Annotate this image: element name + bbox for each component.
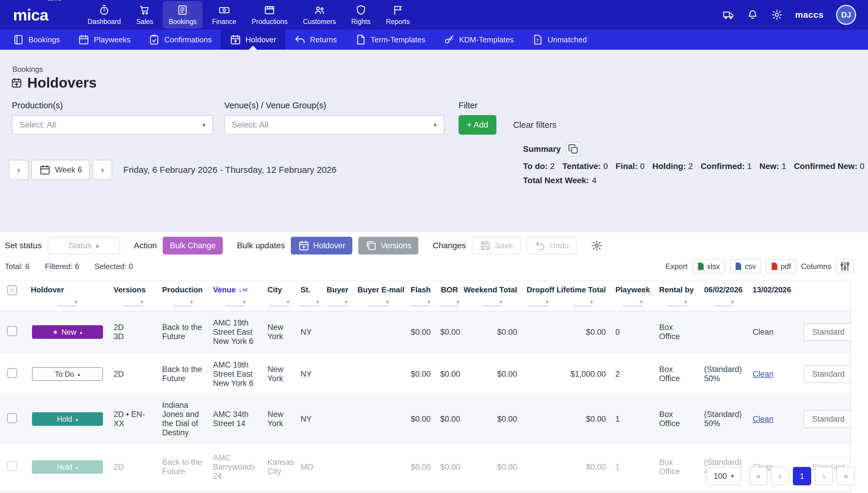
undo-button[interactable]: Undo xyxy=(527,237,577,255)
prev-page-button[interactable]: ‹ xyxy=(771,467,789,485)
save-button[interactable]: Save xyxy=(472,237,521,255)
breadcrumb[interactable]: Bookings xyxy=(13,65,43,74)
topbar-actions: maccs DJ xyxy=(722,5,856,25)
column-filter[interactable]: ▾ xyxy=(667,299,687,306)
column-filter[interactable]: ▾ xyxy=(327,299,347,306)
subnav-item-bookings[interactable]: Bookings xyxy=(3,29,69,50)
status-button[interactable]: Hold▴ xyxy=(32,460,103,474)
export-csv-button[interactable]: csv xyxy=(730,259,761,274)
subnav-item-returns[interactable]: Returns xyxy=(285,29,346,50)
clean-link[interactable]: Clean xyxy=(753,370,774,379)
column-header-holdover[interactable]: Holdover xyxy=(31,285,64,295)
bulk-holdover-button[interactable]: Holdover xyxy=(291,237,352,255)
status-button[interactable]: Hold▴ xyxy=(32,412,103,426)
undo-icon xyxy=(534,240,546,252)
nav-item-customers[interactable]: Customers xyxy=(297,1,342,29)
column-header-buyer-email[interactable]: Buyer E-mail xyxy=(357,285,404,295)
subnav-item-kdm-templates[interactable]: KDM-Templates xyxy=(434,29,523,50)
standard-button[interactable]: Standard xyxy=(803,410,851,428)
nav-item-dashboard[interactable]: Dashboard xyxy=(82,1,127,29)
column-header-bor[interactable]: BOR xyxy=(441,285,458,295)
sort-asc-icon: ↓AZ xyxy=(239,287,247,293)
table-settings-button[interactable] xyxy=(591,240,603,252)
column-filter[interactable]: ▾ xyxy=(622,299,643,306)
column-header-dropoff[interactable]: Dropoff xyxy=(527,285,554,295)
nav-item-productions[interactable]: Productions xyxy=(246,1,293,29)
bulk-versions-button[interactable]: Versions xyxy=(358,237,419,255)
column-header-current-week[interactable]: 06/02/2026 xyxy=(704,285,742,295)
delivery-button[interactable] xyxy=(722,9,734,21)
status-button[interactable]: To Do▴ xyxy=(32,367,103,381)
column-filter[interactable]: ▾ xyxy=(410,299,430,306)
column-header-production[interactable]: Production xyxy=(162,285,203,295)
row-checkbox[interactable] xyxy=(7,413,17,423)
status-button[interactable]: ★New▴ xyxy=(32,325,103,339)
subnav-item-confirmations[interactable]: Confirmations xyxy=(139,29,220,50)
nav-item-reports[interactable]: Reports xyxy=(380,1,416,29)
stat-value: 2 xyxy=(550,162,555,171)
export-pdf-button[interactable]: pdf xyxy=(766,259,796,274)
column-filter[interactable]: ▾ xyxy=(225,299,246,306)
column-header-versions[interactable]: Versions xyxy=(114,285,146,295)
bulk-change-button[interactable]: Bulk Change xyxy=(163,237,223,255)
truck-icon xyxy=(722,9,734,21)
column-header-city[interactable]: City xyxy=(267,285,282,295)
row-checkbox[interactable] xyxy=(7,326,17,336)
subnav-item-term-templates[interactable]: Term-Templates xyxy=(346,29,434,50)
page-size-select[interactable]: 100 ▾ xyxy=(707,467,741,485)
select-all-checkbox[interactable]: ✓ xyxy=(7,285,17,295)
page-1-button[interactable]: 1 xyxy=(793,467,811,485)
columns-button[interactable] xyxy=(836,259,854,274)
column-filter[interactable]: ▾ xyxy=(173,299,193,306)
column-header-weekend-total[interactable]: Weekend Total xyxy=(464,285,517,295)
prev-week-button[interactable]: ‹ xyxy=(9,160,28,180)
row-checkbox[interactable] xyxy=(7,368,17,378)
column-header-state[interactable]: St. xyxy=(301,285,310,295)
column-header-playweek[interactable]: Playweek xyxy=(615,285,650,295)
notifications-button[interactable] xyxy=(747,9,759,21)
standard-button[interactable]: Standard xyxy=(803,365,851,383)
week-button[interactable]: Week 6 xyxy=(31,160,90,180)
column-filter[interactable]: ▾ xyxy=(58,299,77,306)
column-filter[interactable]: ▾ xyxy=(369,299,389,306)
column-header-buyer[interactable]: Buyer xyxy=(327,285,349,295)
column-header-lifetime-total[interactable]: Lifetime Total xyxy=(556,285,606,295)
stat-value: 0 xyxy=(860,162,865,171)
row-checkbox[interactable] xyxy=(7,461,17,471)
production-select[interactable]: Select: All ▾ xyxy=(12,115,213,135)
settings-button[interactable] xyxy=(771,9,783,21)
column-filter[interactable]: ▾ xyxy=(269,299,289,306)
subnav-item-unmatched[interactable]: Unmatched xyxy=(523,29,596,50)
nav-item-finance[interactable]: Finance xyxy=(206,1,242,29)
column-header-flash[interactable]: Flash xyxy=(410,285,431,295)
first-page-button[interactable]: « xyxy=(749,467,767,485)
clear-filters-button[interactable]: Clear filters xyxy=(513,120,556,130)
column-header-venue[interactable]: Venue ↓AZ xyxy=(213,285,247,295)
subnav-item-holdover[interactable]: Holdover xyxy=(221,29,285,50)
next-week-button[interactable]: › xyxy=(93,160,112,180)
column-filter[interactable]: ▾ xyxy=(299,299,319,306)
nav-item-rights[interactable]: Rights xyxy=(345,1,376,29)
nav-item-bookings[interactable]: Bookings xyxy=(163,1,203,29)
column-header-rental-by[interactable]: Rental by xyxy=(659,285,694,295)
column-filter[interactable]: ▾ xyxy=(528,299,549,306)
clean-link[interactable]: Clean xyxy=(753,414,774,424)
export-xlsx-button[interactable]: xlsx xyxy=(692,259,725,274)
column-filter[interactable]: ▾ xyxy=(482,299,502,306)
venue-select[interactable]: Select: All ▾ xyxy=(224,115,444,135)
column-filter[interactable]: ▾ xyxy=(123,299,143,306)
add-filter-button[interactable]: + Add xyxy=(459,115,496,135)
flash-cell: $0.00 xyxy=(405,460,436,474)
avatar[interactable]: DJ xyxy=(836,5,856,25)
next-page-button[interactable]: › xyxy=(815,467,833,485)
column-filter[interactable]: ▾ xyxy=(573,299,593,306)
column-filter[interactable]: ▾ xyxy=(439,299,459,306)
last-page-button[interactable]: » xyxy=(837,467,855,485)
column-header-next-week[interactable]: 13/02/2026 xyxy=(753,285,791,295)
column-filter[interactable]: ▾ xyxy=(714,299,734,306)
copy-summary-button[interactable] xyxy=(566,142,580,156)
nav-item-sales[interactable]: Sales xyxy=(131,1,159,29)
subnav-item-playweeks[interactable]: Playweeks xyxy=(69,29,139,50)
standard-button[interactable]: Standard xyxy=(803,323,851,341)
status-select[interactable]: Status ▴ xyxy=(48,237,120,255)
